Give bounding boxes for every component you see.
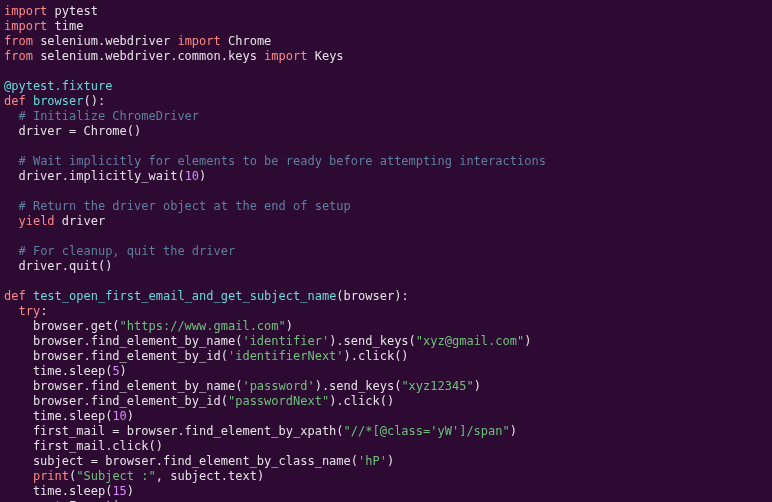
code-token-str: "//*[@class='yW']/span" [344, 424, 510, 438]
code-token-plain: ) [120, 364, 127, 378]
code-token-plain: ) [474, 379, 481, 393]
code-token-plain [4, 469, 33, 483]
code-line: # For cleanup, quit the driver [4, 244, 235, 258]
code-line: try: [4, 304, 47, 318]
code-line: browser.get("https://www.gmail.com") [4, 319, 293, 333]
code-token-kw: import [264, 49, 307, 63]
code-token-plain: browser.find_element_by_id( [4, 349, 228, 363]
code-line: # Return the driver object at the end of… [4, 199, 351, 213]
code-token-plain: time.sleep( [4, 364, 112, 378]
code-token-plain [4, 154, 18, 168]
code-token-plain [4, 304, 18, 318]
code-line: def test_open_first_email_and_get_subjec… [4, 289, 409, 303]
code-line: yield driver [4, 214, 105, 228]
code-token-num: 15 [112, 484, 126, 498]
code-token-plain: browser.find_element_by_name( [4, 379, 242, 393]
code-token-str: 'identifierNext' [228, 349, 344, 363]
code-token-plain [4, 109, 18, 123]
code-token-str: 'identifier' [242, 334, 329, 348]
code-token-plain: ).click() [329, 394, 394, 408]
code-line: from selenium.webdriver import Chrome [4, 34, 271, 48]
code-token-plain: browser.get( [4, 319, 120, 333]
code-token-plain: Chrome [221, 34, 272, 48]
code-line: driver.quit() [4, 259, 112, 273]
code-token-plain: ) [199, 169, 206, 183]
code-line: print("Subject :", subject.text) [4, 469, 264, 483]
code-line: from selenium.webdriver.common.keys impo… [4, 49, 344, 63]
code-token-plain: browser.find_element_by_name( [4, 334, 242, 348]
code-token-plain: selenium.webdriver [33, 34, 178, 48]
code-token-kw: import [4, 19, 47, 33]
code-token-cmt: # Wait implicitly for elements to be rea… [18, 154, 545, 168]
code-token-plain: (browser): [336, 289, 408, 303]
code-token-str: "xyz12345" [401, 379, 473, 393]
code-token-str: "Subject :" [76, 469, 155, 483]
code-token-kw: from [4, 49, 33, 63]
code-token-str: "passwordNext" [228, 394, 329, 408]
code-token-plain: time.sleep( [4, 409, 112, 423]
code-token-plain: : [40, 304, 47, 318]
code-line: first_mail = browser.find_element_by_xpa… [4, 424, 517, 438]
code-token-kw: def [4, 94, 26, 108]
code-token-plain: driver.quit() [4, 259, 112, 273]
code-token-plain: ) [127, 484, 134, 498]
code-token-plain: Keys [307, 49, 343, 63]
code-line: driver.implicitly_wait(10) [4, 169, 206, 183]
code-line: browser.find_element_by_id('identifierNe… [4, 349, 409, 363]
code-token-plain: browser.find_element_by_id( [4, 394, 228, 408]
code-token-plain: pytest [47, 4, 98, 18]
code-token-plain: ) [510, 424, 517, 438]
code-token-num: 5 [112, 364, 119, 378]
code-token-plain: ) [524, 334, 531, 348]
code-token-plain [4, 244, 18, 258]
code-line: time.sleep(10) [4, 409, 134, 423]
code-token-kw: yield [18, 214, 54, 228]
code-token-plain [26, 94, 33, 108]
code-token-plain: , subject.text) [156, 469, 264, 483]
code-token-plain: driver.implicitly_wait( [4, 169, 185, 183]
code-token-plain: time.sleep( [4, 484, 112, 498]
code-token-kw: def [4, 289, 26, 303]
code-token-cmt: # Return the driver object at the end of… [18, 199, 350, 213]
code-token-str: "https://www.gmail.com" [120, 319, 286, 333]
code-line: first_mail.click() [4, 439, 163, 453]
code-token-num: 10 [112, 409, 126, 423]
code-token-plain: driver [55, 214, 106, 228]
code-token-plain: ) [286, 319, 293, 333]
code-token-plain: ) [127, 409, 134, 423]
code-editor[interactable]: import pytest import time from selenium.… [0, 0, 772, 502]
code-token-cmt: # Initialize ChromeDriver [18, 109, 199, 123]
code-token-kw: from [4, 34, 33, 48]
code-token-plain [4, 199, 18, 213]
code-token-plain: ).send_keys( [329, 334, 416, 348]
code-token-str: 'password' [242, 379, 314, 393]
code-token-plain: ).click() [344, 349, 409, 363]
code-token-kw: try [18, 304, 40, 318]
code-line: def browser(): [4, 94, 105, 108]
code-token-fn: browser [33, 94, 84, 108]
code-token-plain: ) [387, 454, 394, 468]
code-token-plain [26, 289, 33, 303]
code-line: import time [4, 19, 83, 33]
code-line: time.sleep(15) [4, 484, 134, 498]
code-line: driver = Chrome() [4, 124, 141, 138]
code-token-str: 'hP' [358, 454, 387, 468]
code-token-plain: first_mail.click() [4, 439, 163, 453]
code-token-plain: time [47, 19, 83, 33]
code-line: @pytest.fixture [4, 79, 112, 93]
code-token-plain: ).send_keys( [315, 379, 402, 393]
code-token-plain: driver = Chrome() [4, 124, 141, 138]
code-token-plain: selenium.webdriver.common.keys [33, 49, 264, 63]
code-token-kw: import [177, 34, 220, 48]
code-token-fn: test_open_first_email_and_get_subject_na… [33, 289, 336, 303]
code-token-str: "xyz@gmail.com" [416, 334, 524, 348]
code-token-plain [4, 214, 18, 228]
code-line: browser.find_element_by_name('password')… [4, 379, 481, 393]
code-line: browser.find_element_by_id("passwordNext… [4, 394, 394, 408]
code-token-kw: print [33, 469, 69, 483]
code-token-num: 10 [185, 169, 199, 183]
code-token-kw: import [4, 4, 47, 18]
code-line: subject = browser.find_element_by_class_… [4, 454, 394, 468]
code-line: browser.find_element_by_name('identifier… [4, 334, 531, 348]
code-line: # Initialize ChromeDriver [4, 109, 199, 123]
